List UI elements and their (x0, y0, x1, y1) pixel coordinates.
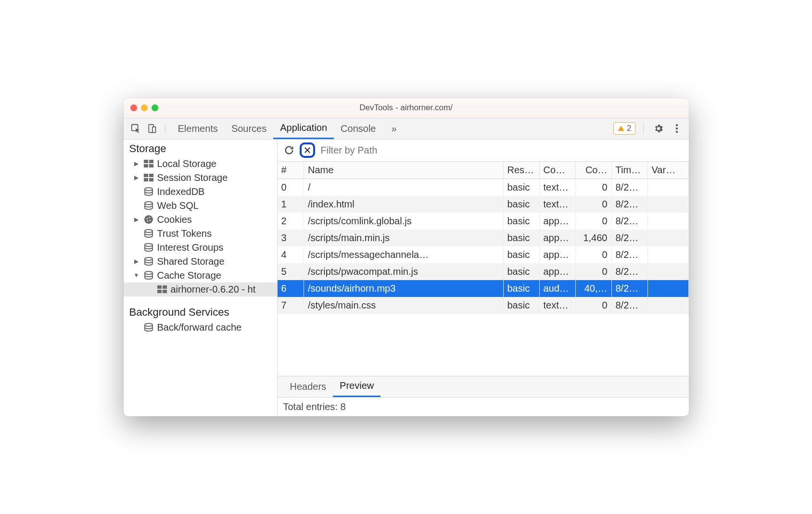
expand-caret-icon[interactable]: ▶ (133, 258, 140, 265)
cell-name: /sounds/airhorn.mp3 (304, 280, 504, 297)
zoom-window-button[interactable] (152, 104, 158, 111)
cell-tim: 8/2… (611, 196, 647, 213)
refresh-icon[interactable] (281, 142, 297, 158)
cell-co1: app… (539, 213, 575, 230)
table-row[interactable]: 6/sounds/airhorn.mp3basicaud…40,…8/2… (278, 280, 689, 297)
panel-tab-console[interactable]: Console (334, 118, 382, 139)
cell-tim: 8/2… (611, 280, 647, 297)
sidebar-item-label: Trust Tokens (157, 228, 212, 239)
expand-caret-icon[interactable]: ▶ (133, 216, 140, 223)
cell-tim: 8/2… (611, 179, 647, 196)
cell-co2: 0 (575, 246, 611, 263)
minimize-window-button[interactable] (141, 104, 148, 111)
cell-res: basic (503, 246, 539, 263)
kebab-menu-icon[interactable] (670, 121, 684, 136)
sidebar-item-cache-storage[interactable]: ▼Cache Storage (124, 269, 277, 283)
headers-tab[interactable]: Headers (283, 376, 333, 397)
column-header[interactable]: Co… (539, 162, 575, 179)
db-icon (144, 323, 153, 332)
content-area: Storage ▶Local Storage▶Session StorageIn… (124, 140, 689, 416)
sidebar-item-label: Cache Storage (157, 270, 221, 281)
cell-co2: 1,460 (575, 230, 611, 246)
filter-by-path-input[interactable] (318, 142, 685, 158)
window-title: DevTools - airhorner.com/ (124, 103, 689, 113)
db-icon (144, 243, 153, 252)
db-icon (144, 187, 153, 196)
cell-res: basic (503, 263, 539, 280)
column-header[interactable]: # (278, 162, 304, 179)
db-icon (144, 271, 153, 280)
sidebar-item-label: Session Storage (157, 172, 228, 183)
sidebar-item-cookies[interactable]: ▶Cookies (124, 213, 277, 227)
sidebar-item-local-storage[interactable]: ▶Local Storage (124, 157, 277, 171)
table-row[interactable]: 5/scripts/pwacompat.min.jsbasicapp…08/2… (278, 263, 689, 280)
svg-rect-8 (144, 164, 148, 167)
cell-name: / (304, 179, 504, 196)
sidebar-item-label: Web SQL (157, 200, 199, 211)
table-row[interactable]: 1/index.htmlbasictext…08/2… (278, 196, 689, 213)
cell-co2: 40,… (575, 280, 611, 297)
table-row[interactable]: 7/styles/main.cssbasictext…08/2… (278, 297, 689, 314)
cell-res: basic (503, 179, 539, 196)
cell-co1: text… (539, 297, 575, 314)
cell-name: /scripts/messagechannela… (304, 246, 504, 263)
sidebar-item-shared-storage[interactable]: ▶Shared Storage (124, 255, 277, 269)
sidebar-item-label: Cookies (157, 214, 192, 225)
svg-point-23 (145, 257, 152, 260)
sidebar-item-web-sql[interactable]: Web SQL (124, 199, 277, 213)
svg-rect-27 (157, 290, 162, 293)
svg-point-14 (145, 188, 152, 191)
table-row[interactable]: 3/scripts/main.min.jsbasicapp…1,4608/2… (278, 230, 689, 246)
device-toolbar-icon[interactable] (145, 121, 159, 136)
cell-co2: 0 (575, 196, 611, 213)
bg-services-section-title: Background Services (124, 303, 277, 321)
sidebar-item-label: Back/forward cache (157, 322, 242, 333)
cookie-icon (144, 215, 153, 224)
table-row[interactable]: 2/scripts/comlink.global.jsbasicapp…08/2… (278, 213, 689, 230)
cell-var (647, 246, 688, 263)
settings-icon[interactable] (651, 121, 666, 136)
expand-caret-icon[interactable]: ▼ (133, 272, 140, 279)
cell-idx: 5 (278, 263, 304, 280)
preview-tab[interactable]: Preview (333, 376, 381, 397)
svg-rect-25 (157, 285, 162, 289)
column-header[interactable]: Var… (647, 162, 688, 179)
column-header[interactable]: Co… (575, 162, 611, 179)
sidebar-item-back-forward-cache[interactable]: Back/forward cache (124, 321, 277, 334)
column-header[interactable]: Tim… (611, 162, 647, 179)
cell-tim: 8/2… (611, 246, 647, 263)
db-icon (144, 257, 153, 266)
sidebar-item-airhorner-0-6-20-ht[interactable]: airhorner-0.6.20 - ht (124, 283, 277, 296)
status-bar: Total entries: 8 (278, 397, 689, 416)
sidebar-item-trust-tokens[interactable]: Trust Tokens (124, 227, 277, 241)
table-row[interactable]: 4/scripts/messagechannela…basicapp…08/2… (278, 246, 689, 263)
cell-res: basic (503, 213, 539, 230)
expand-caret-icon[interactable]: ▶ (133, 174, 140, 181)
cell-res: basic (503, 297, 539, 314)
column-header[interactable]: Res… (503, 162, 539, 179)
devtools-window: DevTools - airhorner.com/ ElementsSource… (124, 98, 689, 416)
clear-icon[interactable] (300, 142, 315, 158)
table-row[interactable]: 0/basictext…08/2… (278, 179, 689, 196)
sidebar-item-session-storage[interactable]: ▶Session Storage (124, 171, 277, 185)
svg-point-29 (145, 323, 152, 326)
close-window-button[interactable] (130, 104, 137, 111)
column-header[interactable]: Name (304, 162, 504, 179)
sidebar-item-indexeddb[interactable]: IndexedDB (124, 185, 277, 199)
panel-tab-sources[interactable]: Sources (225, 118, 273, 139)
inspect-element-icon[interactable] (128, 121, 143, 136)
cell-idx: 0 (278, 179, 304, 196)
cell-co1: app… (539, 246, 575, 263)
warnings-badge[interactable]: 2 (613, 122, 635, 135)
svg-point-21 (145, 230, 152, 232)
more-tabs-button[interactable]: » (384, 118, 403, 139)
expand-caret-icon[interactable]: ▶ (133, 160, 140, 167)
panel-tab-elements[interactable]: Elements (171, 118, 225, 139)
toolbar-divider (643, 123, 644, 134)
svg-point-15 (145, 202, 152, 205)
cell-var (647, 196, 688, 213)
panel-tab-application[interactable]: Application (273, 118, 334, 139)
sidebar-item-interest-groups[interactable]: Interest Groups (124, 241, 277, 255)
svg-rect-7 (149, 160, 153, 163)
svg-rect-10 (144, 174, 148, 177)
